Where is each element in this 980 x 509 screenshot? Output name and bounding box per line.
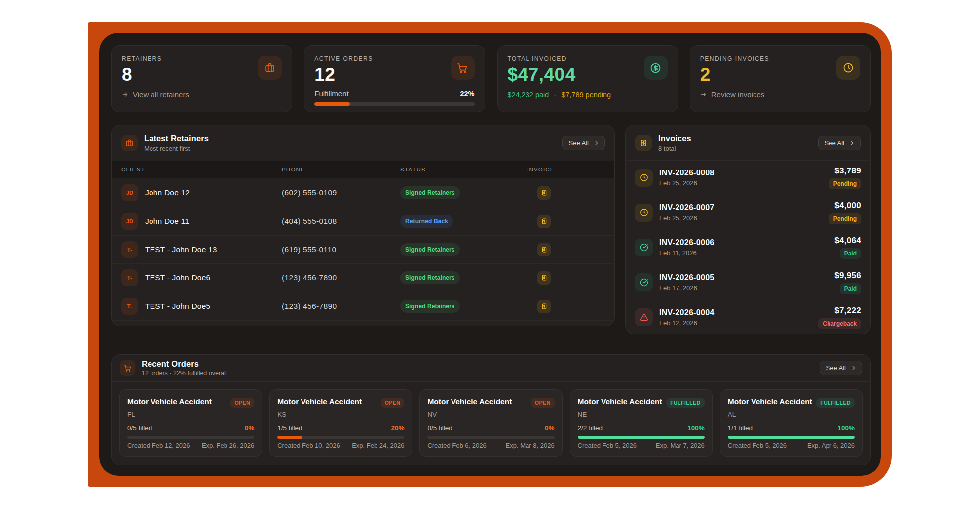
arrow-right-icon: [592, 140, 599, 146]
alert-triangle-icon: [635, 308, 653, 326]
order-state: FL: [127, 411, 254, 418]
invoice-receipt-icon[interactable]: [537, 271, 551, 285]
invoice-right: $4,064 Paid: [834, 236, 861, 259]
order-progress-fill: [277, 436, 302, 439]
stat-card-pending-invoices: PENDING INVOICES 2 Review invoices: [690, 45, 871, 112]
invoice-right: $4,000 Pending: [829, 201, 861, 224]
invoice-receipt-icon[interactable]: [537, 300, 551, 313]
invoice-right: $3,789 Pending: [829, 166, 861, 189]
order-card[interactable]: Motor Vehicle Accident OPEN KS 1/5 fille…: [269, 389, 412, 457]
order-percent: 100%: [687, 424, 705, 432]
stat-link-label: View all retainers: [133, 90, 189, 99]
order-card[interactable]: Motor Vehicle Accident OPEN NV 0/5 fille…: [419, 389, 562, 457]
order-filled-label: 0/5 filled: [427, 424, 452, 432]
column-header-phone: PHONE: [282, 167, 400, 172]
order-created-date: Created Feb 5, 2026: [728, 442, 787, 449]
invoice-row[interactable]: INV-2026-0008 Feb 25, 2026 $3,789 Pendin…: [626, 160, 870, 195]
invoice-amount: $4,064: [834, 236, 861, 246]
panel-title: Latest Retainers: [144, 134, 209, 143]
invoice-amount: $9,956: [834, 271, 861, 281]
invoice-number: INV-2026-0008: [659, 169, 715, 177]
avatar: T-: [121, 298, 138, 315]
dot-separator: ·: [554, 91, 556, 99]
retainers-table-header: CLIENT PHONE STATUS INVOICE: [112, 160, 614, 179]
invoice-main: INV-2026-0008 Feb 25, 2026: [659, 169, 715, 187]
retainers-see-all-button[interactable]: See All: [562, 136, 605, 150]
order-created-date: Created Feb 12, 2026: [127, 442, 190, 449]
invoice-status-badge: Paid: [840, 283, 861, 294]
order-card[interactable]: Motor Vehicle Accident OPEN FL 0/5 fille…: [119, 389, 262, 457]
avatar: JD: [121, 184, 138, 201]
invoice-number: INV-2026-0007: [659, 203, 715, 212]
check-circle-icon: [635, 239, 653, 256]
invoice-number: INV-2026-0005: [659, 273, 715, 282]
order-cards-row: Motor Vehicle Accident OPEN FL 0/5 fille…: [112, 382, 870, 457]
invoice-main: INV-2026-0006 Feb 11, 2026: [659, 238, 715, 256]
order-progress-track: [127, 436, 254, 439]
orders-header: Recent Orders 12 orders · 22% fulfilled …: [112, 355, 870, 382]
retainer-row[interactable]: T- TEST - John Doe6 (123) 456-7890 Signe…: [112, 264, 614, 292]
view-all-retainers-link[interactable]: View all retainers: [122, 90, 282, 99]
invoice-status-badge: Pending: [829, 213, 861, 224]
order-card[interactable]: Motor Vehicle Accident FULFILLED NE 2/2 …: [570, 389, 713, 457]
fulfillment-bar-track: [314, 102, 474, 106]
client-cell: JD John Doe 12: [121, 184, 282, 201]
invoice-right: $9,956 Paid: [834, 271, 861, 294]
retainer-row[interactable]: T- TEST - John Doe5 (123) 456-7890 Signe…: [112, 292, 614, 321]
invoice-receipt-icon[interactable]: [537, 186, 551, 200]
paid-amount: $24,232 paid: [508, 91, 549, 99]
panel-title: Invoices: [658, 134, 691, 143]
invoices-see-all-button[interactable]: See All: [818, 136, 861, 150]
fulfillment-label: Fulfillment: [314, 89, 348, 98]
invoice-row[interactable]: INV-2026-0004 Feb 12, 2026 $7,222 Charge…: [626, 300, 870, 334]
recent-orders-panel: Recent Orders 12 orders · 22% fulfilled …: [111, 354, 871, 465]
order-status-badge: OPEN: [381, 398, 405, 408]
arrow-right-icon: [122, 91, 128, 98]
cart-icon: [120, 360, 135, 376]
client-cell: T- TEST - John Doe6: [121, 269, 282, 286]
status-badge: Signed Retainers: [400, 186, 460, 199]
order-state: KS: [277, 411, 404, 418]
client-phone: (123) 456-7890: [282, 302, 400, 311]
retainer-row[interactable]: T- TEST - John Doe 13 (619) 555-0110 Sig…: [112, 236, 614, 264]
order-percent: 20%: [391, 424, 404, 432]
status-badge: Signed Retainers: [400, 300, 460, 313]
orders-see-all-button[interactable]: See All: [820, 361, 862, 375]
invoice-status-badge: Pending: [829, 178, 861, 189]
invoice-status-badge: Paid: [840, 248, 861, 259]
order-status-badge: FULFILLED: [816, 398, 855, 408]
retainer-row[interactable]: JD John Doe 12 (602) 555-0109 Signed Ret…: [112, 179, 614, 207]
order-created-date: Created Feb 6, 2026: [427, 442, 486, 449]
client-cell: JD John Doe 11: [121, 213, 282, 230]
invoice-row[interactable]: INV-2026-0005 Feb 17, 2026 $9,956 Paid: [626, 265, 870, 300]
order-title: Motor Vehicle Accident: [578, 397, 662, 406]
invoices-titles: Invoices 8 total: [658, 134, 691, 152]
review-invoices-link[interactable]: Review invoices: [700, 90, 860, 99]
invoice-date: Feb 12, 2026: [659, 319, 715, 327]
invoice-main: INV-2026-0007 Feb 25, 2026: [659, 203, 715, 222]
order-title: Motor Vehicle Accident: [127, 397, 212, 406]
order-filled-label: 0/5 filled: [127, 424, 152, 432]
invoice-receipt-icon[interactable]: [537, 215, 551, 228]
column-header-client: CLIENT: [121, 167, 282, 172]
stats-row: RETAINERS 8 View all retainers ACTIVE OR…: [111, 45, 871, 112]
avatar: T-: [121, 269, 138, 286]
invoice-date: Feb 25, 2026: [659, 179, 715, 187]
order-filled-label: 2/2 filled: [578, 424, 603, 432]
invoice-main: INV-2026-0004 Feb 12, 2026: [659, 308, 715, 327]
order-card[interactable]: Motor Vehicle Accident FULFILLED AL 1/1 …: [720, 389, 863, 457]
invoice-amount: $3,789: [834, 166, 861, 176]
invoice-right: $7,222 Chargeback: [818, 306, 861, 329]
order-exp-date: Exp. Feb 24, 2026: [352, 442, 404, 449]
invoice-status-badge: Chargeback: [818, 318, 861, 329]
check-circle-icon: [635, 273, 653, 291]
invoice-row[interactable]: INV-2026-0007 Feb 25, 2026 $4,000 Pendin…: [626, 195, 870, 230]
retainer-row[interactable]: JD John Doe 11 (404) 555-0108 Returned B…: [112, 207, 614, 236]
arrow-right-icon: [848, 140, 854, 146]
order-exp-date: Exp. Feb 26, 2026: [202, 442, 254, 449]
client-cell: T- TEST - John Doe5: [121, 298, 282, 315]
invoice-receipt-icon[interactable]: [537, 243, 551, 256]
latest-retainers-panel: Latest Retainers Most recent first See A…: [111, 125, 615, 326]
order-progress-fill: [578, 436, 705, 439]
invoice-row[interactable]: INV-2026-0006 Feb 11, 2026 $4,064 Paid: [626, 230, 870, 264]
